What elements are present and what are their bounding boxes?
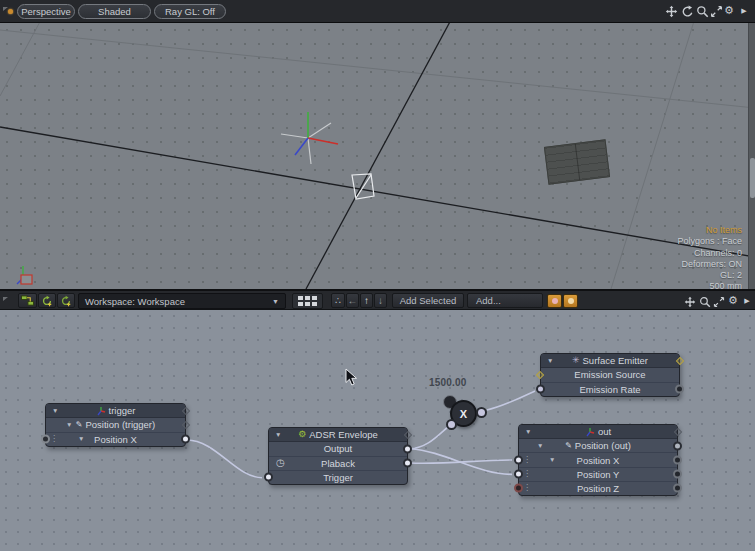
- input-connector[interactable]: [41, 435, 50, 444]
- channel-label: Trigger: [323, 472, 353, 483]
- node-out-row-position-x[interactable]: ⋮ ▼ Position X: [519, 453, 677, 467]
- input-connector[interactable]: [514, 470, 523, 479]
- viewport-toolbar: Perspective Shaded Ray GL: Off ⚙ ▶: [0, 0, 755, 23]
- output-connector[interactable]: [675, 385, 684, 394]
- emitter-burst-icon: ✳: [572, 356, 580, 365]
- workspace-selector-label: Workspace: Workspace: [85, 296, 185, 307]
- modifier-gear-icon: ⚙: [298, 430, 306, 439]
- collapse-triangle-icon[interactable]: ▼: [537, 443, 543, 450]
- node-adsr-envelope[interactable]: ▼ ⚙ ADSR Envelope Output ◷ Plaback Trigg…: [268, 427, 408, 485]
- collapse-triangle-icon[interactable]: ▼: [78, 436, 84, 443]
- nav-down-button[interactable]: ↓: [374, 293, 387, 308]
- add-button[interactable]: Add...: [467, 293, 543, 308]
- overlay-toggle-button-2[interactable]: [563, 294, 578, 308]
- node-adsr-row-plaback[interactable]: ◷ Plaback: [269, 457, 407, 471]
- panel-corner-icon[interactable]: [3, 297, 8, 301]
- multiply-input-connector[interactable]: [446, 419, 457, 430]
- node-trigger[interactable]: ▼ trigger ▼ ✎ Position (trigger) ⋮ ▼ Pos…: [45, 403, 186, 447]
- channel-label: Output: [324, 443, 353, 454]
- input-connector[interactable]: [264, 473, 273, 482]
- scrollbar-handle[interactable]: [750, 158, 755, 198]
- nav-back-button[interactable]: ←: [346, 293, 359, 308]
- nav-up-button[interactable]: ↑: [360, 293, 373, 308]
- node-out[interactable]: ▼ out ▼ ✎ Position (out) ⋮ ▼ Position X: [518, 424, 678, 496]
- zoom-view-icon[interactable]: [695, 4, 709, 19]
- pan-icon[interactable]: [664, 4, 678, 19]
- node-title: trigger: [109, 405, 136, 416]
- maximize-panel-icon[interactable]: [712, 294, 726, 309]
- collapse-triangle-icon[interactable]: ▼: [549, 457, 555, 464]
- mesh-box-object[interactable]: [544, 139, 610, 184]
- schematic-more-icon[interactable]: ▶: [740, 293, 754, 308]
- overlay-toggle-button-1[interactable]: [547, 294, 562, 308]
- refresh-add-button[interactable]: [38, 293, 56, 308]
- multiply-output-connector[interactable]: [476, 407, 487, 418]
- 3d-viewport[interactable]: No Items Polygons : Face Channels: 0 Def…: [0, 23, 755, 289]
- rotate-view-icon[interactable]: [680, 4, 694, 19]
- hud-deformers: Deformers: ON: [677, 259, 742, 270]
- viewport-scrollbar[interactable]: [748, 23, 755, 289]
- clock-icon: ◷: [276, 458, 285, 468]
- hud-grid-scale: 500 mm: [677, 281, 742, 289]
- node-out-row-position[interactable]: ▼ ✎ Position (out): [519, 439, 677, 453]
- node-emitter-header[interactable]: ▼ ✳ Surface Emitter: [541, 354, 679, 368]
- schematic-canvas[interactable]: ▼ trigger ▼ ✎ Position (trigger) ⋮ ▼ Pos…: [0, 310, 755, 551]
- hud-gl: GL: 2: [677, 270, 742, 281]
- channel-label: Emission Rate: [579, 384, 640, 395]
- input-connector[interactable]: [536, 385, 545, 394]
- node-emitter-row-source[interactable]: Emission Source: [541, 368, 679, 382]
- node-out-header[interactable]: ▼ out: [519, 425, 677, 439]
- maximize-panel-icon[interactable]: [709, 4, 723, 19]
- shading-mode-button[interactable]: Shaded: [78, 4, 151, 19]
- node-emitter-row-rate[interactable]: Emission Rate: [541, 383, 679, 396]
- output-connector[interactable]: [403, 444, 412, 453]
- collapse-triangle-icon[interactable]: ▼: [525, 428, 531, 435]
- output-connector[interactable]: [673, 441, 682, 450]
- channel-label: Emission Source: [574, 369, 645, 380]
- node-adsr-row-output[interactable]: Output: [269, 442, 407, 456]
- output-connector[interactable]: [673, 470, 682, 479]
- channel-dots-icon: ⋮: [523, 484, 531, 492]
- channel-label: Position Z: [577, 483, 619, 494]
- collapse-triangle-icon[interactable]: ▼: [52, 407, 58, 414]
- collapse-triangle-icon[interactable]: ▼: [547, 357, 553, 364]
- view-mode-button[interactable]: Perspective: [17, 4, 75, 19]
- pan-icon[interactable]: [683, 294, 697, 309]
- refresh-add-alt-button[interactable]: [57, 293, 75, 308]
- hierarchy-button[interactable]: ∴: [331, 293, 345, 308]
- add-selected-button[interactable]: Add Selected: [392, 293, 464, 308]
- axis-gizmo-icon: [17, 266, 32, 284]
- input-connector[interactable]: [514, 484, 523, 493]
- raygl-button[interactable]: Ray GL: Off: [154, 4, 226, 19]
- node-adsr-row-trigger[interactable]: Trigger: [269, 471, 407, 484]
- output-connector[interactable]: [403, 459, 412, 468]
- viewport-indicator-dot: [8, 9, 13, 14]
- channel-label: Position (out): [575, 440, 631, 451]
- zoom-view-icon[interactable]: [698, 294, 712, 309]
- workspace-schematic-button[interactable]: [18, 293, 37, 308]
- output-connector[interactable]: [181, 435, 190, 444]
- collapse-triangle-icon[interactable]: ▼: [66, 422, 72, 429]
- viewport-more-icon[interactable]: ▶: [737, 3, 751, 18]
- node-surface-emitter[interactable]: ▼ ✳ Surface Emitter Emission Source Emis…: [540, 353, 680, 397]
- layout-grid-button[interactable]: [292, 293, 323, 309]
- output-connector[interactable]: [673, 456, 682, 465]
- input-connector[interactable]: [514, 456, 523, 465]
- node-trigger-row-position[interactable]: ▼ ✎ Position (trigger): [46, 418, 185, 432]
- collapse-triangle-icon[interactable]: ▼: [275, 431, 281, 438]
- hud-channels: Channels: 0: [677, 248, 742, 259]
- pencil-icon: ✎: [565, 442, 572, 450]
- node-adsr-header[interactable]: ▼ ⚙ ADSR Envelope: [269, 428, 407, 442]
- node-out-row-position-z[interactable]: ⋮ Position Z: [519, 482, 677, 495]
- node-title: Surface Emitter: [583, 355, 648, 366]
- schematic-settings-gear-icon[interactable]: ⚙: [726, 293, 740, 308]
- node-trigger-header[interactable]: ▼ trigger: [46, 404, 185, 418]
- channel-label: Position X: [577, 455, 620, 466]
- node-trigger-row-position-x[interactable]: ⋮ ▼ Position X: [46, 433, 185, 446]
- workspace-selector-dropdown[interactable]: Workspace: Workspace ▼: [78, 293, 286, 309]
- viewport-settings-gear-icon[interactable]: ⚙: [722, 3, 736, 18]
- chevron-down-icon: ▼: [272, 298, 279, 305]
- node-out-row-position-y[interactable]: ⋮ Position Y: [519, 468, 677, 482]
- channel-label: Position Y: [577, 469, 620, 480]
- output-connector[interactable]: [673, 484, 682, 493]
